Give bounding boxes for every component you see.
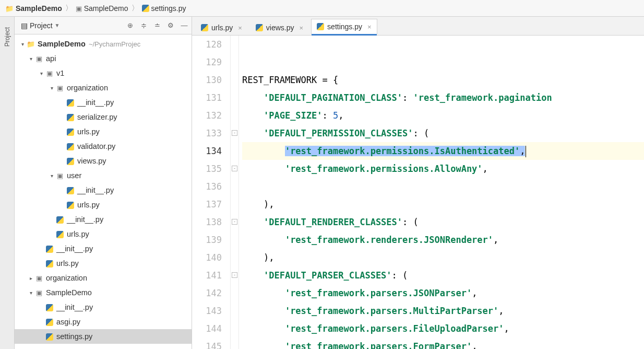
code-line[interactable]: REST_FRAMEWORK = { <box>242 71 644 89</box>
chevron-down-icon[interactable]: ▾ <box>19 41 26 47</box>
tree-item[interactable]: ▾SampleDemo <box>15 285 192 300</box>
project-tool-button[interactable]: Project <box>4 27 11 46</box>
tree-item[interactable]: asgi.py <box>15 315 192 329</box>
chevron-down-icon[interactable]: ▾ <box>48 173 55 179</box>
code-line[interactable]: 'PAGE_SIZE': 5, <box>242 107 644 124</box>
code-area[interactable]: REST_FRAMEWORK = { 'DEFAULT_PAGINATION_C… <box>239 36 644 349</box>
line-number[interactable]: 143 <box>192 302 222 320</box>
tree-item[interactable]: urls.py <box>15 227 192 241</box>
chevron-down-icon[interactable]: ▾ <box>38 71 45 76</box>
code-line[interactable]: 'DEFAULT_PERMISSION_CLASSES': ( <box>242 124 644 142</box>
tree-item-label: __init__.py <box>56 303 93 311</box>
code-line[interactable]: ), <box>242 249 644 266</box>
tree-item[interactable]: __init__.py <box>15 241 192 256</box>
tree-item[interactable]: urls.py <box>15 124 192 139</box>
fold-toggle-icon[interactable]: - <box>232 219 237 225</box>
close-icon[interactable]: × <box>367 23 372 31</box>
collapse-all-icon[interactable]: ≐ <box>153 21 161 30</box>
editor-tab[interactable]: views.py× <box>250 20 309 35</box>
tab-label: views.py <box>266 24 294 32</box>
code-line[interactable] <box>242 53 644 71</box>
code-line[interactable]: 'rest_framework.parsers.MultiPartParser'… <box>242 302 644 320</box>
line-number[interactable]: 128 <box>192 36 222 53</box>
tree-item[interactable]: ▾user <box>15 168 192 183</box>
line-number[interactable]: 144 <box>192 320 222 338</box>
line-number[interactable]: 132 <box>192 107 222 124</box>
line-number[interactable]: 135 <box>192 160 222 178</box>
code-line[interactable]: 'rest_framework.parsers.FileUploadParser… <box>242 320 644 338</box>
code-token <box>242 110 264 121</box>
tree-item[interactable]: ▾api <box>15 51 192 66</box>
tree-item[interactable]: ▾organization <box>15 80 192 95</box>
line-number[interactable]: 133 <box>192 124 222 142</box>
chevron-right-icon[interactable]: ▸ <box>27 275 34 281</box>
tree-item[interactable]: __init__.py <box>15 183 192 197</box>
line-number[interactable]: 131 <box>192 89 222 107</box>
line-number-gutter[interactable]: 1281291301311321331341351361371381391401… <box>192 36 231 349</box>
breadcrumb-item[interactable]: SampleDemo <box>5 4 62 13</box>
tree-item[interactable]: settings.py <box>15 329 192 344</box>
code-line[interactable]: 'rest_framework.parsers.JSONParser', <box>242 284 644 302</box>
hide-icon[interactable]: — <box>180 21 188 30</box>
line-number[interactable]: 130 <box>192 71 222 89</box>
tree-item[interactable]: ▸organization <box>15 271 192 285</box>
tree-item[interactable]: validator.py <box>15 139 192 154</box>
line-number[interactable]: 136 <box>192 178 222 195</box>
chevron-down-icon[interactable]: ▾ <box>48 85 55 91</box>
code-line[interactable]: 'rest_framework.renderers.JSONRenderer', <box>242 231 644 249</box>
editor-tab[interactable]: settings.py× <box>311 19 377 35</box>
code-token: 'rest_framework.parsers.FormParser' <box>285 341 472 349</box>
chevron-down-icon[interactable]: ▾ <box>27 56 34 62</box>
chevron-down-icon[interactable]: ▾ <box>27 290 34 296</box>
python-file-icon <box>256 24 263 31</box>
tree-item-label: views.py <box>77 157 106 165</box>
line-number[interactable]: 139 <box>192 231 222 249</box>
close-icon[interactable]: × <box>238 24 242 32</box>
gear-icon[interactable]: ⚙ <box>166 21 175 30</box>
code-editor[interactable]: 1281291301311321331341351361371381391401… <box>192 36 644 349</box>
line-number[interactable]: 138 <box>192 213 222 231</box>
tree-item[interactable]: serializer.py <box>15 110 192 124</box>
tree-item[interactable]: urls.py <box>15 197 192 212</box>
line-number[interactable]: 140 <box>192 249 222 266</box>
expand-all-icon[interactable]: ≑ <box>139 21 148 30</box>
code-line[interactable]: 'DEFAULT_PARSER_CLASSES': ( <box>242 266 644 284</box>
code-line[interactable]: 'rest_framework.parsers.FormParser', <box>242 338 644 349</box>
tool-window-bar-left[interactable]: Project <box>0 17 15 349</box>
tree-item-label: organization <box>46 274 87 282</box>
tree-item-label: organization <box>67 84 108 92</box>
breadcrumb-item[interactable]: SampleDemo <box>76 4 128 13</box>
fold-toggle-icon[interactable]: - <box>232 166 237 171</box>
project-tree[interactable]: ▾SampleDemo~/PycharmProjec▾api▾v1▾organi… <box>15 34 192 349</box>
tree-item[interactable]: views.py <box>15 154 192 168</box>
line-number[interactable]: 142 <box>192 284 222 302</box>
line-number[interactable]: 141 <box>192 266 222 284</box>
code-line[interactable]: 'DEFAULT_PAGINATION_CLASS': 'rest_framew… <box>242 89 644 107</box>
code-line[interactable]: 'rest_framework.permissions.AllowAny', <box>242 160 644 178</box>
editor-tab[interactable]: urls.py× <box>195 20 248 35</box>
fold-gutter[interactable]: ---- <box>231 36 239 349</box>
code-line[interactable]: ), <box>242 195 644 213</box>
code-token: 'rest_framework.renderers.JSONRenderer' <box>285 235 493 245</box>
fold-toggle-icon[interactable]: - <box>232 272 237 278</box>
line-number[interactable]: 129 <box>192 53 222 71</box>
code-token: 'rest_framework.parsers.JSONParser' <box>285 288 472 298</box>
breadcrumb-item[interactable]: settings.py <box>142 4 186 13</box>
close-icon[interactable]: × <box>300 24 304 32</box>
code-line[interactable] <box>242 178 644 195</box>
code-line[interactable]: 'rest_framework.permissions.IsAuthentica… <box>242 142 644 160</box>
locate-icon[interactable]: ⊕ <box>126 21 134 30</box>
fold-toggle-icon[interactable]: - <box>232 130 237 136</box>
tree-item[interactable]: urls.py <box>15 256 192 271</box>
tree-item[interactable]: __init__.py <box>15 95 192 110</box>
line-number[interactable]: 145 <box>192 338 222 349</box>
code-line[interactable] <box>242 36 644 53</box>
tree-item[interactable]: ▾SampleDemo~/PycharmProjec <box>15 37 192 51</box>
sidebar-title[interactable]: ▤ Project ▼ <box>18 20 63 31</box>
tree-item[interactable]: __init__.py <box>15 212 192 227</box>
tree-item[interactable]: __init__.py <box>15 300 192 315</box>
code-line[interactable]: 'DEFAULT_RENDERER_CLASSES': ( <box>242 213 644 231</box>
tree-item[interactable]: ▾v1 <box>15 66 192 80</box>
line-number[interactable]: 137 <box>192 195 222 213</box>
line-number[interactable]: 134 <box>192 142 222 160</box>
